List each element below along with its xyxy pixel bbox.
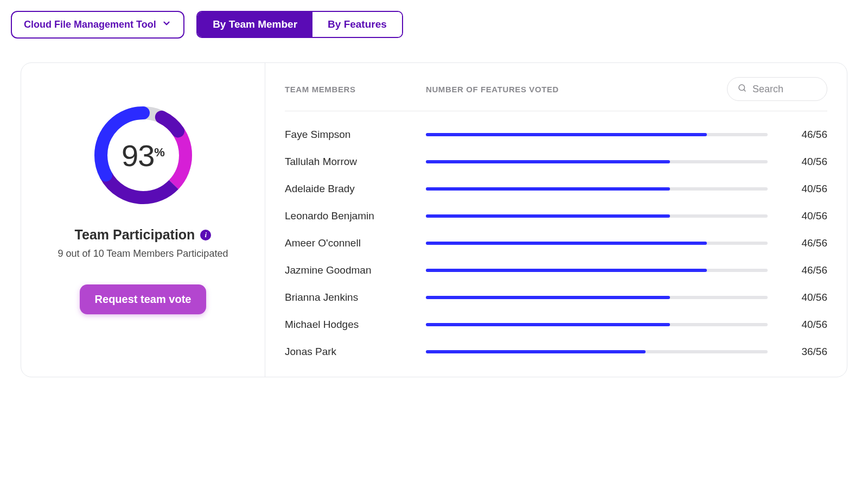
search-field[interactable] <box>727 77 827 101</box>
request-team-vote-button[interactable]: Request team vote <box>80 284 207 314</box>
participation-percent: 93% <box>122 138 164 173</box>
vote-bar <box>426 242 768 245</box>
vote-bar-fill <box>426 269 707 272</box>
member-name: Ameer O'connell <box>285 237 426 249</box>
participation-title-row: Team Participation i <box>75 227 212 243</box>
participation-donut: 93% <box>89 101 197 210</box>
vote-ratio: 40/56 <box>784 292 827 303</box>
table-row: Faye Simpson46/56 <box>285 121 827 148</box>
member-name: Jonas Park <box>285 346 426 358</box>
vote-ratio: 36/56 <box>784 346 827 358</box>
member-name: Jazmine Goodman <box>285 264 426 276</box>
vote-ratio: 40/56 <box>784 156 827 168</box>
member-name: Adelaide Brady <box>285 183 426 195</box>
search-icon <box>737 83 747 95</box>
table-row: Leonardo Benjamin40/56 <box>285 202 827 230</box>
member-name: Tallulah Morrow <box>285 156 426 168</box>
table-row: Tallulah Morrow40/56 <box>285 148 827 175</box>
tab-by-features[interactable]: By Features <box>312 12 402 37</box>
tab-by-team-member[interactable]: By Team Member <box>197 12 312 37</box>
table-row: Brianna Jenkins40/56 <box>285 284 827 311</box>
table-row: Jonas Park36/56 <box>285 338 827 365</box>
member-rows[interactable]: Faye Simpson46/56Tallulah Morrow40/56Ade… <box>285 121 827 371</box>
vote-bar-fill <box>426 160 670 163</box>
member-name: Michael Hodges <box>285 319 426 331</box>
vote-bar <box>426 214 768 218</box>
button-label: Request team vote <box>95 293 192 305</box>
header-team-members: TEAM MEMBERS <box>285 85 426 94</box>
search-input[interactable] <box>752 84 817 95</box>
vote-bar <box>426 323 768 326</box>
tab-label: By Features <box>328 18 387 30</box>
vote-bar-fill <box>426 350 646 353</box>
vote-ratio: 40/56 <box>784 183 827 195</box>
vote-bar <box>426 160 768 163</box>
vote-ratio: 40/56 <box>784 210 827 222</box>
table-row: Michael Hodges40/56 <box>285 311 827 338</box>
member-name: Faye Simpson <box>285 129 426 141</box>
percent-value: 93 <box>122 138 154 173</box>
participation-title: Team Participation <box>75 227 195 243</box>
table-row: Adelaide Brady40/56 <box>285 175 827 202</box>
member-name: Brianna Jenkins <box>285 292 426 303</box>
view-tabs: By Team Member By Features <box>196 11 403 38</box>
table-row: Ameer O'connell46/56 <box>285 230 827 257</box>
team-member-list: TEAM MEMBERS NUMBER OF FEATURES VOTED Fa… <box>265 63 847 377</box>
participation-summary: 93% Team Participation i 9 out of 10 Tea… <box>21 63 265 377</box>
project-dropdown[interactable]: Cloud File Management Tool <box>11 11 184 39</box>
vote-bar <box>426 187 768 191</box>
vote-bar-fill <box>426 214 670 218</box>
project-dropdown-label: Cloud File Management Tool <box>24 19 156 30</box>
vote-bar <box>426 296 768 299</box>
vote-ratio: 46/56 <box>784 264 827 276</box>
vote-bar-fill <box>426 187 670 191</box>
vote-bar <box>426 350 768 353</box>
info-icon[interactable]: i <box>200 230 211 240</box>
vote-ratio: 40/56 <box>784 319 827 331</box>
table-row: Jazmine Goodman46/56 <box>285 257 827 284</box>
vote-bar-fill <box>426 242 707 245</box>
list-header: TEAM MEMBERS NUMBER OF FEATURES VOTED <box>285 77 827 111</box>
tab-label: By Team Member <box>213 18 297 30</box>
chevron-down-icon <box>162 18 171 31</box>
percent-sign: % <box>154 145 164 159</box>
vote-bar <box>426 269 768 272</box>
vote-bar-fill <box>426 323 670 326</box>
vote-bar <box>426 133 768 136</box>
vote-bar-fill <box>426 296 670 299</box>
participation-panel: 93% Team Participation i 9 out of 10 Tea… <box>21 62 847 377</box>
donut-center: 93% <box>89 101 197 210</box>
vote-bar-fill <box>426 133 707 136</box>
vote-ratio: 46/56 <box>784 237 827 249</box>
member-name: Leonardo Benjamin <box>285 210 426 222</box>
vote-ratio: 46/56 <box>784 129 827 141</box>
participation-subtitle: 9 out of 10 Team Members Participated <box>58 248 228 259</box>
header-features-voted: NUMBER OF FEATURES VOTED <box>426 85 727 94</box>
